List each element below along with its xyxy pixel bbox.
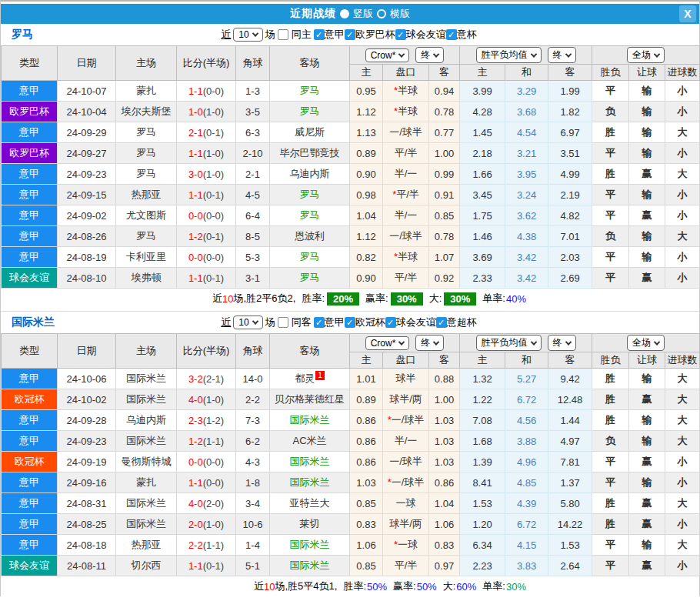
odds-away: 0.88 [429,369,460,389]
same-venue-label[interactable]: 同客 [292,316,312,329]
home-team: 蒙扎 [116,81,177,102]
radio-vertical-label[interactable]: 竖版 [353,7,373,21]
handicap-cell: *一球 [383,535,429,556]
radio-horizontal-label[interactable]: 横版 [390,7,410,21]
fulltime-score: 2-1 [188,127,203,139]
league-checkbox[interactable]: ✓ [436,317,447,328]
col-avg-away: 客 [548,65,592,81]
league-checkbox-label[interactable]: 球会友谊 [406,28,446,42]
odds-source-select[interactable]: Crow* [365,48,410,62]
result-outcome: 胜 [592,493,629,514]
avg-select[interactable]: 胜平负均值 [476,47,542,63]
corners: 6-3 [236,122,270,143]
avg-home: 1.68 [460,431,505,452]
away-team-cell: 国际米兰 [270,535,350,556]
rate-value: 60% [456,581,476,593]
rate-value: 50% [367,581,387,593]
home-team: 罗马 [116,143,177,164]
result-handicap: 输 [629,369,665,389]
filters-bar: 近 10 场 同主 ✓意甲✓欧罗巴杯✓球会友谊✓意杯 [221,28,478,42]
fulltime-select[interactable]: 全场 [627,47,665,63]
rate-label: 单率: [482,579,505,593]
home-team: 罗马 [116,226,177,247]
result-handicap: 赢 [629,389,665,410]
league-badge: 意甲 [2,535,58,556]
league-checkbox-label[interactable]: 欧冠杯 [355,316,385,329]
result-handicap: 赢 [629,514,665,535]
result-goals: 大 [665,369,700,389]
avg-draw: 4.38 [505,226,548,247]
league-checkbox[interactable]: ✓ [314,29,325,40]
league-checkbox[interactable]: ✓ [345,29,355,40]
odds-final-select[interactable]: 终 [415,47,444,63]
avg-draw: 3.29 [505,81,548,102]
avg-home: 1.46 [460,226,505,247]
same-venue-checkbox[interactable] [278,317,288,328]
handicap-cell: *平/半 [383,185,429,205]
league-checkbox-label[interactable]: 欧罗巴杯 [355,28,395,42]
avg-draw: 4.54 [505,122,548,143]
away-team-cell: 威尼斯 [270,122,350,143]
avg-away: 3.51 [548,143,592,164]
result-goals: 大 [665,410,700,431]
rate-label: 大: [443,579,456,593]
league-checkbox[interactable]: ✓ [446,29,457,40]
odds-home: 1.04 [350,205,383,226]
league-checkbox[interactable]: ✓ [385,317,396,328]
league-checkbox-label[interactable]: 意甲 [325,316,345,329]
corners: 4-5 [236,185,270,205]
home-team: 埃尔夫斯堡 [116,102,177,122]
league-badge: 欧冠杯 [2,389,58,410]
col-away: 客场 [270,46,350,81]
avg-final-select[interactable]: 终 [548,335,576,351]
result-goals: 小 [665,472,700,493]
same-venue-checkbox[interactable] [278,29,288,40]
odds-final-select[interactable]: 终 [415,335,444,351]
corners: 1-4 [236,535,270,556]
league-checkbox[interactable]: ✓ [345,317,355,328]
recent-count-select[interactable]: 10 [233,316,262,329]
avg-draw: 3.95 [505,164,548,185]
result-outcome: 负 [592,102,629,122]
league-checkbox-label[interactable]: 意杯 [457,28,477,42]
col-date: 日期 [58,334,116,369]
recent-count-select[interactable]: 10 [233,28,262,42]
radio-vertical-layout[interactable] [340,9,349,18]
avg-away: 14.22 [548,514,592,535]
same-venue-label[interactable]: 同主 [292,28,312,42]
league-checkbox[interactable]: ✓ [314,317,325,328]
away-team: 都灵 [295,373,315,385]
league-badge: 意甲 [2,164,58,185]
avg-draw: 6.72 [505,389,548,410]
league-checkbox[interactable]: ✓ [395,29,406,40]
result-outcome: 胜 [592,164,629,185]
score-cell: 2-2(1-1) [177,535,236,556]
odds-away: 1.03 [429,431,460,452]
halftime-score: (2-0) [203,498,224,509]
radio-horizontal-layout[interactable] [377,9,386,18]
away-team-cell: 罗马 [270,102,350,122]
handicap-cell: 一球 [383,493,429,514]
rate-value: 30% [391,292,423,306]
halftime-score: (0-0) [203,252,224,263]
matches-label: 场 [265,28,275,42]
result-goals: 小 [665,102,700,122]
dialog-title: 近期战绩 [290,7,336,21]
fulltime-select[interactable]: 全场 [627,335,665,351]
away-team: 威尼斯 [295,126,325,138]
summary-rates: 胜率:20%赢率:30%大:30%单率:40% [295,292,526,306]
close-button[interactable]: X [679,5,696,22]
fulltime-score: 1-2 [188,436,203,447]
league-checkbox-label[interactable]: 球会友谊 [396,316,436,329]
avg-final-select[interactable]: 终 [548,47,576,63]
avg-select[interactable]: 胜平负均值 [476,335,542,351]
score-cell: 3-2(2-1) [177,369,236,389]
league-checkbox-label[interactable]: 意甲 [325,28,345,42]
away-team: 毕尔巴鄂竞技 [280,147,340,159]
odds-source-select[interactable]: Crow* [365,336,410,350]
result-goals: 小 [665,143,700,164]
league-checkbox-label[interactable]: 意超杯 [447,316,477,329]
match-date: 24-08-25 [58,514,116,535]
result-goals: 小 [665,452,700,472]
result-handicap: 输 [629,122,665,143]
